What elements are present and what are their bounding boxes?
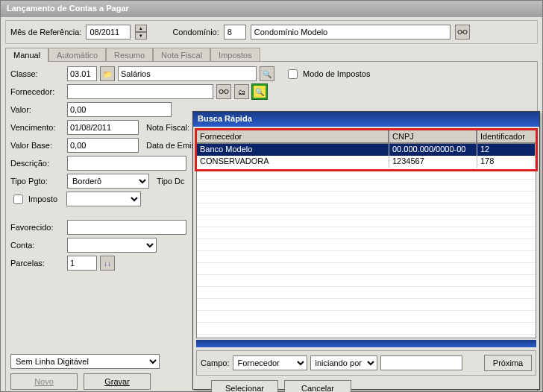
spinner-down-icon[interactable]: ▾ xyxy=(135,32,147,39)
results-grid: Fornecedor CNPJ Identificador Banco Mode… xyxy=(196,130,536,338)
favorecido-input[interactable] xyxy=(67,220,186,235)
main-window: Lançamento de Contas a Pagar Mês de Refe… xyxy=(0,0,543,392)
search-text-input[interactable] xyxy=(380,355,462,370)
nota-fiscal-label: Nota Fiscal: xyxy=(146,123,189,132)
tab-manual[interactable]: Manual xyxy=(5,48,48,62)
cell-fornecedor: CONSERVADORA xyxy=(197,156,389,168)
search-highlight-icon[interactable]: 🔍 xyxy=(252,84,267,99)
svg-point-0 xyxy=(458,30,462,34)
campo-label: Campo: xyxy=(201,358,230,367)
popup-separator xyxy=(196,340,536,347)
valor-base-label: Valor Base: xyxy=(10,141,64,150)
search-criteria-bar: Campo: Fornecedor iniciando por Próxima xyxy=(196,350,536,376)
vencimento-input[interactable] xyxy=(67,120,139,135)
proxima-button[interactable]: Próxima xyxy=(484,355,532,371)
imposto-label: Imposto xyxy=(28,195,57,203)
data-emissao-label: Data de Emis xyxy=(146,141,195,150)
tab-resumo[interactable]: Resumo xyxy=(106,48,153,62)
svg-point-3 xyxy=(219,89,223,93)
cancelar-button[interactable]: Cancelar xyxy=(284,380,351,392)
descricao-label: Descrição: xyxy=(10,159,64,168)
cell-cnpj: 00.000.000/0000-00 xyxy=(389,144,477,156)
modo-impostos-checkbox[interactable] xyxy=(288,69,298,79)
binoculars-icon[interactable] xyxy=(455,25,470,39)
card-icon[interactable]: 🗂 xyxy=(234,84,249,99)
double-arrow-down-icon[interactable]: ↓↓ xyxy=(100,256,115,271)
svg-point-1 xyxy=(463,30,467,34)
valor-input[interactable] xyxy=(67,102,172,117)
fornecedor-input[interactable] xyxy=(67,84,213,99)
condominio-label: Condomínio: xyxy=(172,28,219,37)
window-title: Lançamento de Contas a Pagar xyxy=(1,1,542,17)
grid-row[interactable]: Banco Modelo 00.000.000/0000-00 12 xyxy=(197,144,536,156)
novo-button[interactable]: Novo xyxy=(10,373,78,390)
mes-ref-spinner[interactable]: ▴ ▾ xyxy=(135,25,147,39)
classe-desc-input[interactable] xyxy=(118,66,257,81)
valor-label: Valor: xyxy=(10,105,64,114)
tipo-pgto-label: Tipo Pgto: xyxy=(10,177,64,186)
tab-impostos[interactable]: Impostos xyxy=(210,48,260,62)
fornecedor-label: Fornecedor: xyxy=(10,87,64,96)
modo-select[interactable]: iniciando por xyxy=(310,355,377,370)
col-fornecedor[interactable]: Fornecedor xyxy=(196,130,389,143)
valor-base-input[interactable] xyxy=(67,138,139,153)
mes-ref-input[interactable] xyxy=(86,25,131,39)
reference-bar: Mês de Referência: ▴ ▾ Condomínio: xyxy=(5,20,538,44)
svg-point-4 xyxy=(225,89,228,93)
gravar-button[interactable]: Gravar xyxy=(84,373,151,390)
cell-ident: 12 xyxy=(477,144,536,156)
conta-label: Conta: xyxy=(10,241,64,250)
folder-icon[interactable]: 📁 xyxy=(100,66,115,81)
imposto-select[interactable] xyxy=(66,192,141,206)
magnifier-icon[interactable]: 🔍 xyxy=(260,66,274,81)
parcelas-label: Parcelas: xyxy=(10,259,64,268)
selecionar-button[interactable]: Selecionar xyxy=(211,380,278,392)
popup-title: Busca Rápida xyxy=(193,112,539,127)
spinner-up-icon[interactable]: ▴ xyxy=(135,25,147,32)
mes-ref-label: Mês de Referência: xyxy=(10,28,81,37)
tab-nota-fiscal[interactable]: Nota Fiscal xyxy=(153,48,210,62)
classe-code-input[interactable] xyxy=(67,66,97,81)
busca-rapida-dialog: Busca Rápida Fornecedor CNPJ Identificad… xyxy=(192,111,540,390)
tipo-doc-label: Tipo Dc xyxy=(157,177,185,186)
col-identificador[interactable]: Identificador xyxy=(477,130,536,143)
modo-impostos-label: Modo de Impostos xyxy=(303,69,371,78)
parcelas-input[interactable] xyxy=(67,256,97,271)
linha-digitavel-select[interactable]: Sem Linha Digitável xyxy=(10,354,160,369)
tab-bar: Manual Automático Resumo Nota Fiscal Imp… xyxy=(5,47,538,61)
grid-row[interactable]: CONSERVADORA 1234567 178 xyxy=(197,156,536,168)
campo-select[interactable]: Fornecedor xyxy=(233,355,307,370)
condominio-code-input[interactable] xyxy=(224,25,246,39)
tab-automatico[interactable]: Automático xyxy=(48,48,106,62)
vencimento-label: Vencimento: xyxy=(10,123,64,132)
cell-fornecedor: Banco Modelo xyxy=(197,144,389,156)
binoculars-icon[interactable] xyxy=(216,84,231,99)
favorecido-label: Favorecido: xyxy=(10,223,64,232)
conta-select[interactable] xyxy=(67,238,157,253)
condominio-name-input[interactable] xyxy=(251,25,451,39)
tipo-pgto-select[interactable]: Borderô xyxy=(67,174,149,189)
cell-ident: 178 xyxy=(477,156,536,168)
classe-label: Classe: xyxy=(10,69,64,78)
col-cnpj[interactable]: CNPJ xyxy=(389,130,477,143)
imposto-checkbox[interactable] xyxy=(13,195,23,204)
cell-cnpj: 1234567 xyxy=(389,156,477,168)
descricao-input[interactable] xyxy=(67,156,186,171)
